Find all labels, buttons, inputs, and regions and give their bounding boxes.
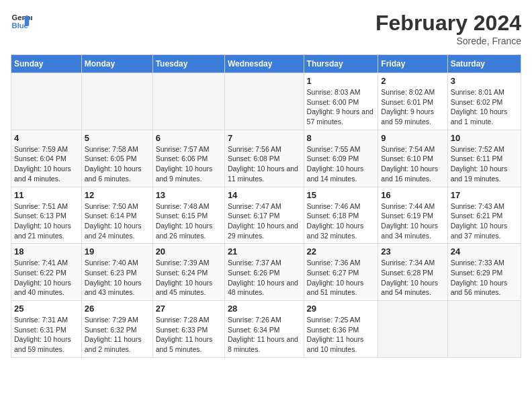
calendar-cell: 6Sunrise: 7:57 AMSunset: 6:06 PMDaylight…	[152, 130, 224, 187]
day-info: Sunrise: 7:44 AMSunset: 6:19 PMDaylight:…	[381, 201, 444, 241]
day-number: 18	[14, 246, 79, 257]
calendar-cell: 16Sunrise: 7:44 AMSunset: 6:19 PMDayligh…	[378, 187, 447, 244]
column-header-sunday: Sunday	[11, 55, 82, 73]
calendar-cell	[81, 73, 152, 130]
day-info: Sunrise: 7:55 AMSunset: 6:09 PMDaylight:…	[307, 144, 375, 184]
column-header-saturday: Saturday	[447, 55, 521, 73]
calendar-cell: 29Sunrise: 7:25 AMSunset: 6:36 PMDayligh…	[304, 301, 378, 358]
day-info: Sunrise: 8:01 AMSunset: 6:02 PMDaylight:…	[451, 87, 518, 127]
calendar-cell: 15Sunrise: 7:46 AMSunset: 6:18 PMDayligh…	[304, 187, 378, 244]
column-header-friday: Friday	[378, 55, 447, 73]
day-number: 26	[85, 304, 150, 314]
calendar-cell	[224, 73, 304, 130]
day-number: 9	[381, 133, 444, 143]
day-info: Sunrise: 7:40 AMSunset: 6:23 PMDaylight:…	[85, 258, 150, 298]
calendar-cell: 13Sunrise: 7:48 AMSunset: 6:15 PMDayligh…	[152, 187, 224, 244]
day-info: Sunrise: 7:43 AMSunset: 6:21 PMDaylight:…	[451, 201, 518, 241]
day-info: Sunrise: 8:02 AMSunset: 6:01 PMDaylight:…	[381, 87, 444, 127]
day-number: 13	[156, 190, 222, 200]
day-info: Sunrise: 7:36 AMSunset: 6:27 PMDaylight:…	[307, 258, 375, 298]
calendar-cell: 28Sunrise: 7:26 AMSunset: 6:34 PMDayligh…	[224, 301, 304, 358]
calendar-cell: 9Sunrise: 7:54 AMSunset: 6:10 PMDaylight…	[378, 130, 447, 187]
day-info: Sunrise: 7:47 AMSunset: 6:17 PMDaylight:…	[228, 201, 301, 241]
day-number: 6	[156, 133, 222, 143]
calendar-cell: 3Sunrise: 8:01 AMSunset: 6:02 PMDaylight…	[447, 73, 521, 130]
day-number: 8	[307, 133, 375, 143]
page-header: General Blue February 2024 Sorede, Franc…	[11, 11, 521, 46]
main-title: February 2024	[375, 11, 521, 36]
day-number: 22	[307, 246, 375, 257]
day-number: 10	[451, 133, 518, 143]
calendar-cell	[447, 301, 521, 358]
day-number: 27	[156, 304, 222, 314]
title-block: February 2024 Sorede, France	[375, 11, 521, 46]
calendar-cell	[11, 73, 82, 130]
day-number: 21	[228, 246, 301, 257]
day-number: 7	[228, 133, 301, 143]
day-info: Sunrise: 7:52 AMSunset: 6:11 PMDaylight:…	[451, 144, 518, 184]
week-row-4: 18Sunrise: 7:41 AMSunset: 6:22 PMDayligh…	[11, 244, 521, 301]
logo: General Blue	[11, 11, 32, 32]
day-number: 24	[451, 246, 518, 257]
calendar-cell: 22Sunrise: 7:36 AMSunset: 6:27 PMDayligh…	[304, 244, 378, 301]
day-number: 23	[381, 246, 444, 257]
day-number: 11	[14, 190, 79, 200]
calendar-cell: 20Sunrise: 7:39 AMSunset: 6:24 PMDayligh…	[152, 244, 224, 301]
calendar-cell: 21Sunrise: 7:37 AMSunset: 6:26 PMDayligh…	[224, 244, 304, 301]
column-header-monday: Monday	[81, 55, 152, 73]
calendar-header-row: SundayMondayTuesdayWednesdayThursdayFrid…	[11, 55, 521, 73]
calendar-body: 1Sunrise: 8:03 AMSunset: 6:00 PMDaylight…	[11, 73, 521, 358]
day-number: 1	[307, 76, 375, 86]
calendar-cell: 17Sunrise: 7:43 AMSunset: 6:21 PMDayligh…	[447, 187, 521, 244]
calendar-cell	[378, 301, 447, 358]
day-info: Sunrise: 7:26 AMSunset: 6:34 PMDaylight:…	[228, 315, 301, 355]
day-number: 3	[451, 76, 518, 86]
day-number: 19	[85, 246, 150, 257]
day-info: Sunrise: 7:59 AMSunset: 6:04 PMDaylight:…	[14, 144, 79, 184]
day-number: 15	[307, 190, 375, 200]
column-header-tuesday: Tuesday	[152, 55, 224, 73]
calendar-cell: 2Sunrise: 8:02 AMSunset: 6:01 PMDaylight…	[378, 73, 447, 130]
day-info: Sunrise: 7:46 AMSunset: 6:18 PMDaylight:…	[307, 201, 375, 241]
day-number: 5	[85, 133, 150, 143]
day-number: 12	[85, 190, 150, 200]
day-info: Sunrise: 7:37 AMSunset: 6:26 PMDaylight:…	[228, 258, 301, 298]
day-number: 4	[14, 133, 79, 143]
calendar-cell: 25Sunrise: 7:31 AMSunset: 6:31 PMDayligh…	[11, 301, 82, 358]
calendar-table: SundayMondayTuesdayWednesdayThursdayFrid…	[11, 54, 521, 358]
calendar-cell: 12Sunrise: 7:50 AMSunset: 6:14 PMDayligh…	[81, 187, 152, 244]
calendar-cell: 23Sunrise: 7:34 AMSunset: 6:28 PMDayligh…	[378, 244, 447, 301]
calendar-cell	[152, 73, 224, 130]
day-info: Sunrise: 7:34 AMSunset: 6:28 PMDaylight:…	[381, 258, 444, 298]
logo-icon: General Blue	[11, 11, 32, 32]
week-row-3: 11Sunrise: 7:51 AMSunset: 6:13 PMDayligh…	[11, 187, 521, 244]
column-header-thursday: Thursday	[304, 55, 378, 73]
calendar-cell: 26Sunrise: 7:29 AMSunset: 6:32 PMDayligh…	[81, 301, 152, 358]
week-row-5: 25Sunrise: 7:31 AMSunset: 6:31 PMDayligh…	[11, 301, 521, 358]
calendar-cell: 5Sunrise: 7:58 AMSunset: 6:05 PMDaylight…	[81, 130, 152, 187]
day-info: Sunrise: 7:25 AMSunset: 6:36 PMDaylight:…	[307, 315, 375, 355]
day-info: Sunrise: 7:50 AMSunset: 6:14 PMDaylight:…	[85, 201, 150, 241]
calendar-cell: 11Sunrise: 7:51 AMSunset: 6:13 PMDayligh…	[11, 187, 82, 244]
calendar-cell: 18Sunrise: 7:41 AMSunset: 6:22 PMDayligh…	[11, 244, 82, 301]
day-number: 2	[381, 76, 444, 86]
column-header-wednesday: Wednesday	[224, 55, 304, 73]
day-number: 28	[228, 304, 301, 314]
calendar-cell: 24Sunrise: 7:33 AMSunset: 6:29 PMDayligh…	[447, 244, 521, 301]
calendar-cell: 4Sunrise: 7:59 AMSunset: 6:04 PMDaylight…	[11, 130, 82, 187]
day-number: 17	[451, 190, 518, 200]
day-number: 29	[307, 304, 375, 314]
day-info: Sunrise: 7:58 AMSunset: 6:05 PMDaylight:…	[85, 144, 150, 184]
day-number: 25	[14, 304, 79, 314]
calendar-cell: 7Sunrise: 7:56 AMSunset: 6:08 PMDaylight…	[224, 130, 304, 187]
day-info: Sunrise: 7:54 AMSunset: 6:10 PMDaylight:…	[381, 144, 444, 184]
calendar-cell: 19Sunrise: 7:40 AMSunset: 6:23 PMDayligh…	[81, 244, 152, 301]
week-row-1: 1Sunrise: 8:03 AMSunset: 6:00 PMDaylight…	[11, 73, 521, 130]
day-info: Sunrise: 7:56 AMSunset: 6:08 PMDaylight:…	[228, 144, 301, 184]
day-number: 16	[381, 190, 444, 200]
day-info: Sunrise: 7:48 AMSunset: 6:15 PMDaylight:…	[156, 201, 222, 241]
calendar-cell: 27Sunrise: 7:28 AMSunset: 6:33 PMDayligh…	[152, 301, 224, 358]
day-info: Sunrise: 7:39 AMSunset: 6:24 PMDaylight:…	[156, 258, 222, 298]
day-info: Sunrise: 7:33 AMSunset: 6:29 PMDaylight:…	[451, 258, 518, 298]
calendar-cell: 10Sunrise: 7:52 AMSunset: 6:11 PMDayligh…	[447, 130, 521, 187]
